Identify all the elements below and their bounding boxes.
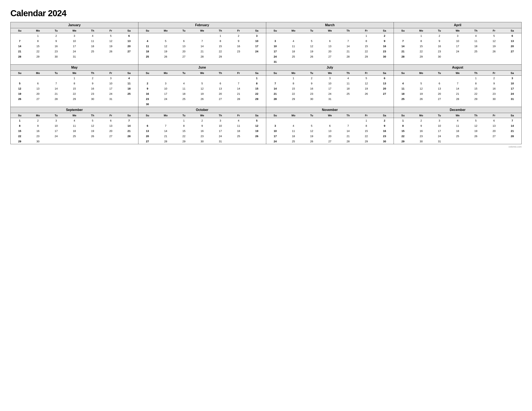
calendar-day: 16 bbox=[376, 44, 394, 49]
calendar-day: 26 bbox=[485, 49, 503, 54]
calendar-day: 12 bbox=[357, 81, 376, 86]
calendar-day: 17 bbox=[248, 44, 266, 49]
calendar-day: 29 bbox=[357, 54, 376, 59]
day-header-su: Su bbox=[11, 71, 29, 76]
calendar-day: 13 bbox=[321, 44, 339, 49]
calendar-day: 8 bbox=[357, 38, 376, 44]
calendar-day: 10 bbox=[266, 128, 285, 134]
calendar-day: 22 bbox=[284, 91, 303, 96]
calendar-day: 5 bbox=[193, 81, 211, 86]
calendar-day: 29 bbox=[248, 96, 266, 102]
calendar-day: 22 bbox=[467, 91, 485, 96]
calendar-day: 10 bbox=[266, 44, 285, 49]
calendar-day: 14 bbox=[47, 86, 65, 91]
calendar-day: 3 bbox=[102, 76, 120, 81]
calendar-day bbox=[65, 139, 84, 144]
calendar-day: 15 bbox=[284, 86, 303, 91]
calendar-day: 21 bbox=[503, 128, 521, 134]
day-header-sa: Sa bbox=[503, 28, 521, 33]
calendar-day: 22 bbox=[211, 49, 229, 54]
day-header-sa: Sa bbox=[503, 113, 521, 118]
month-title-april: April bbox=[394, 22, 521, 28]
calendar-day bbox=[193, 33, 211, 39]
calendar-day: 31 bbox=[65, 54, 84, 59]
day-header-th: Th bbox=[339, 71, 357, 76]
calendar-day: 5 bbox=[102, 33, 120, 39]
day-header-fr: Fr bbox=[229, 28, 248, 33]
calendar-day: 16 bbox=[84, 86, 102, 91]
calendar-day: 24 bbox=[448, 49, 467, 54]
calendar-day bbox=[284, 59, 303, 64]
calendar-day: 20 bbox=[138, 134, 157, 139]
calendar-day: 2 bbox=[47, 33, 65, 39]
calendar-day: 6 bbox=[102, 118, 120, 124]
calendar-day: 18 bbox=[175, 91, 193, 96]
calendar-day: 12 bbox=[303, 128, 321, 134]
calendar-day: 4 bbox=[120, 76, 138, 81]
month-title-june: June bbox=[138, 65, 266, 71]
calendar-day: 18 bbox=[467, 44, 485, 49]
calendar-day: 18 bbox=[284, 49, 303, 54]
day-header-su: Su bbox=[266, 71, 285, 76]
calendar-day bbox=[339, 118, 357, 124]
calendar-day: 12 bbox=[303, 44, 321, 49]
calendar-day: 8 bbox=[394, 123, 412, 128]
calendar-day: 12 bbox=[84, 123, 102, 128]
calendar-day: 4 bbox=[175, 81, 193, 86]
calendar-day: 18 bbox=[84, 44, 102, 49]
calendar-day: 1 bbox=[412, 33, 430, 39]
calendar-day: 3 bbox=[266, 38, 285, 44]
calendar-day: 19 bbox=[84, 128, 102, 134]
calendar-day: 2 bbox=[29, 118, 47, 124]
calendar-day: 16 bbox=[193, 128, 211, 134]
calendar-day: 15 bbox=[248, 86, 266, 91]
calendar-day: 20 bbox=[321, 49, 339, 54]
calendar-day: 26 bbox=[467, 134, 485, 139]
calendar-day: 16 bbox=[430, 44, 449, 49]
month-january: JanuarySuMoTuWeThFrSa1234567891011121314… bbox=[11, 22, 138, 65]
day-header-th: Th bbox=[467, 71, 485, 76]
calendar-day: 20 bbox=[175, 49, 193, 54]
calendar-day: 22 bbox=[65, 91, 84, 96]
calendar-day: 18 bbox=[229, 128, 248, 134]
calendar-day: 28 bbox=[339, 54, 357, 59]
calendar-day: 11 bbox=[339, 81, 357, 86]
day-header-su: Su bbox=[394, 28, 412, 33]
calendar-day: 19 bbox=[102, 44, 120, 49]
calendar-day: 3 bbox=[248, 33, 266, 39]
calendar-day: 16 bbox=[485, 86, 503, 91]
calendar-day: 1 bbox=[29, 33, 47, 39]
calendar-day: 28 bbox=[266, 96, 285, 102]
calendar-day bbox=[448, 76, 467, 81]
calendar-day: 16 bbox=[412, 128, 430, 134]
calendar-day bbox=[394, 33, 412, 39]
calendar-day: 19 bbox=[303, 49, 321, 54]
calendar-day bbox=[321, 118, 339, 124]
calendar-day: 10 bbox=[430, 123, 449, 128]
month-april: AprilSuMoTuWeThFrSa123456789101112131415… bbox=[394, 22, 522, 65]
calendar-day bbox=[412, 76, 430, 81]
calendar-day: 23 bbox=[138, 96, 157, 102]
calendar-day: 19 bbox=[357, 86, 376, 91]
calendar-day bbox=[11, 76, 29, 81]
calendar-day: 15 bbox=[412, 44, 430, 49]
calendar-day: 30 bbox=[376, 54, 394, 59]
calendar-day bbox=[229, 54, 248, 59]
calendar-day: 6 bbox=[29, 81, 47, 86]
calendar-day: 13 bbox=[29, 86, 47, 91]
day-header-su: Su bbox=[394, 71, 412, 76]
calendar-day: 7 bbox=[120, 118, 138, 124]
day-header-th: Th bbox=[84, 71, 102, 76]
calendar-day: 16 bbox=[229, 44, 248, 49]
calendar-day: 17 bbox=[266, 134, 285, 139]
calendar-day: 8 bbox=[248, 81, 266, 86]
calendar-day: 10 bbox=[156, 86, 175, 91]
calendar-day: 30 bbox=[430, 54, 449, 59]
calendar-day: 20 bbox=[321, 134, 339, 139]
calendar-day bbox=[467, 139, 485, 144]
day-header-sa: Sa bbox=[120, 28, 138, 33]
calendar-day: 18 bbox=[394, 91, 412, 96]
day-header-mo: Mo bbox=[284, 28, 303, 33]
calendar-day bbox=[248, 102, 266, 107]
day-header-tu: Tu bbox=[303, 71, 321, 76]
